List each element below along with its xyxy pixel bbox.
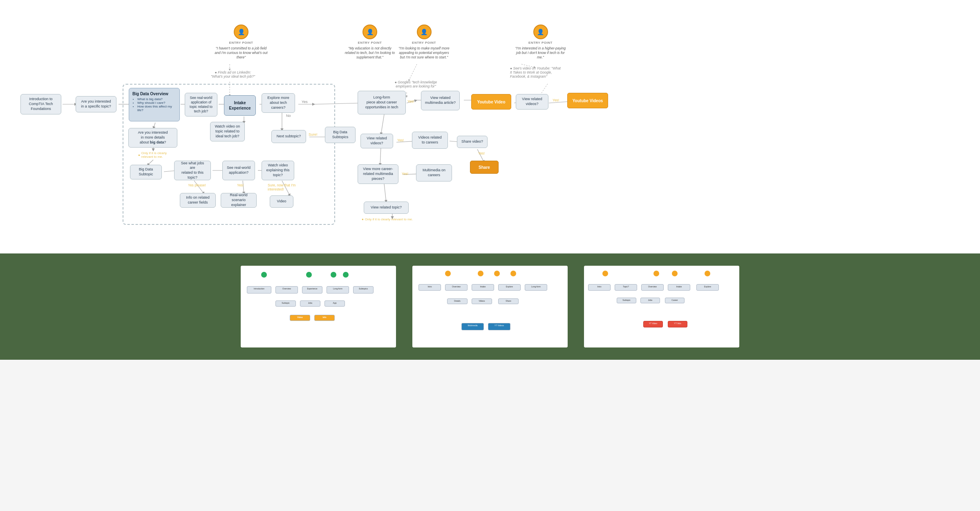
thumb3-node2: Topic? xyxy=(615,284,637,291)
view-related-videos-node: View relatedvideos? xyxy=(516,94,548,110)
entry-point-2: 👤 ENTRY POINT "My education is not direc… xyxy=(343,25,396,60)
thumb1-avatar3 xyxy=(331,272,336,278)
big-data-overview-node: Big Data Overview What is big data? Why … xyxy=(129,88,180,121)
big-data-subtopic-single-node: Big DataSubtopic xyxy=(130,165,162,179)
thumb3-node3: Overview xyxy=(641,284,664,291)
entry-quote-3: "I'm looking to make myself more appeali… xyxy=(398,46,451,60)
thumb1-node3: Experience xyxy=(302,286,322,294)
intake-experience-label: IntakeExperience xyxy=(229,100,251,111)
see-realworld-2-node: See real-worldapplication? xyxy=(222,161,255,180)
thumb1-node-y2: Info xyxy=(314,315,335,321)
share-label: Share xyxy=(479,165,490,170)
thumbnail-1[interactable]: Introduction Overview Experience Long-fo… xyxy=(241,266,396,347)
thumb-3-diagram: Intro Topic? Overview Intake Explore Sub… xyxy=(584,266,739,347)
sees-video-note: ● See's video on Youtube: "WhatIt Takes … xyxy=(510,66,577,78)
thumb3-node4: Intake xyxy=(668,284,690,291)
yes-label-6: Yes! xyxy=(402,172,408,176)
multimedia-careers-node: Multimedia oncareers xyxy=(416,164,452,182)
realworld-explainer-node: Real-worldscenario explainer xyxy=(221,193,257,208)
big-data-subtopics-node: Big DataSubtopics xyxy=(325,127,356,143)
yes-label-2: Yes! xyxy=(237,183,244,187)
entry-quote-4: "I'm interested in a higher-paying job b… xyxy=(514,46,567,60)
next-subtopic-node: Next subtopic? xyxy=(271,130,306,143)
thumbnail-3[interactable]: Intro Topic? Overview Intake Explore Sub… xyxy=(584,266,739,347)
interested-topic-label: Are you interestedin a specific topic? xyxy=(81,99,111,109)
info-career-label: Info on relatedcareer fields xyxy=(186,195,210,205)
info-career-node: Info on relatedcareer fields xyxy=(180,193,216,208)
view-more-career-node: View more career-related multimediapiece… xyxy=(358,164,398,184)
entry-quote-2: "My education is not directly related to… xyxy=(343,46,396,60)
view-multimedia-label: View relatedmultimedia article? xyxy=(425,96,456,105)
thumb1-node-y1: Video xyxy=(290,315,310,321)
googles-note: ● Googles "tech knowledgeemployers are l… xyxy=(384,80,447,88)
entry-label-3: ENTRY POINT xyxy=(412,41,436,45)
thumb3-node7: Jobs xyxy=(640,298,660,303)
view-related-videos-label: View relatedvideos? xyxy=(522,97,542,106)
intro-label: Introduction toCompTIA TechFoundations xyxy=(29,97,53,111)
interested-topic-node: Are you interestedin a specific topic? xyxy=(76,96,116,112)
youtube-video-node: Youtube Video xyxy=(471,94,511,110)
thumb3-avatar2 xyxy=(653,271,659,276)
only-relevant-2: ●Only if it is clearly relevant to me. xyxy=(362,217,413,221)
svg-line-30 xyxy=(384,184,386,202)
thumb3-node5: Explore xyxy=(696,284,719,291)
thumb2-node8: Share xyxy=(498,298,519,304)
thumb2-node5: Long-form xyxy=(525,284,547,291)
no-label: No xyxy=(286,114,291,118)
thumb3-avatar3 xyxy=(672,271,678,276)
finds-ad-note: ● Finds ad on LinkedIn:"What's your idea… xyxy=(206,70,260,78)
yes-multimedia-label: Yes! xyxy=(407,99,414,103)
thumbnail-2[interactable]: Intro Overview Intake Explore Long-form … xyxy=(412,266,568,347)
thumb1-node4: Long-form xyxy=(327,286,349,294)
svg-line-24 xyxy=(381,114,384,135)
thumb1-node6: Subtopic xyxy=(275,300,296,307)
thumb3-avatar4 xyxy=(705,271,710,276)
thumb-2-diagram: Intro Overview Intake Explore Long-form … xyxy=(412,266,568,347)
see-jobs-node: See what jobs arerelated to thistopic? xyxy=(174,161,211,180)
diagram-container: 👤 ENTRY POINT "I haven't committed to a … xyxy=(8,8,972,245)
avatar-3: 👤 xyxy=(417,25,432,39)
interested-details-label: Are you interestedin more detailsabout b… xyxy=(138,130,168,145)
thumb1-node1: Introduction xyxy=(247,286,271,294)
big-data-subtopic-label: Big DataSubtopic xyxy=(139,167,153,177)
next-subtopic-label: Next subtopic? xyxy=(277,134,301,139)
multimedia-careers-label: Multimedia oncareers xyxy=(423,168,445,177)
entry-point-3: 👤 ENTRY POINT "I'm looking to make mysel… xyxy=(396,25,452,60)
thumb1-avatar1 xyxy=(261,272,267,278)
avatar-4: 👤 xyxy=(533,25,548,39)
thumb3-avatar1 xyxy=(602,271,608,276)
thumb1-node2: Overview xyxy=(275,286,298,294)
view-related-topic-label: View related topic? xyxy=(371,205,402,210)
explore-more-label: Explore moreabout techcareers? xyxy=(267,96,289,110)
thumb1-node8: App xyxy=(324,300,345,307)
thumb3-node6: Subtopic xyxy=(617,298,636,303)
svg-line-34 xyxy=(409,64,417,81)
youtube-videos-node: Youtube Videos xyxy=(567,93,608,108)
yes-please-label: Yes please! xyxy=(188,183,206,187)
thumb3-red1: YT Video xyxy=(643,321,663,327)
see-realworld-1-node: See real-worldapplication oftopic relate… xyxy=(185,93,217,117)
yes-label-4: Yes! xyxy=(397,138,404,142)
thumb2-node1: Intro xyxy=(418,284,441,291)
youtube-video-label: Youtube Video xyxy=(477,99,505,105)
big-data-title: Big Data Overview xyxy=(132,92,176,96)
thumb1-avatar2 xyxy=(306,272,312,278)
watch-video-topic-node: Watch videoexplaining thistopic? xyxy=(262,161,294,180)
watch-video-topic-label: Watch videoexplaining thistopic? xyxy=(266,163,289,177)
only-relevant-1: ●Only if it is clearlyrelevant to me. xyxy=(138,151,167,159)
entry-point-4: 👤 ENTRY POINT "I'm interested in a highe… xyxy=(509,25,572,60)
videos-related-careers-node: Videos relatedto careers xyxy=(412,132,448,149)
video-node: Video xyxy=(270,195,293,208)
thumb2-node7: Videos xyxy=(472,298,492,304)
share-video-label: Share video? xyxy=(461,139,483,144)
yes-label-1: Yes xyxy=(302,100,308,104)
thumb2-blue1: Multimedia xyxy=(461,323,484,330)
long-form-node: Long-formpiece about careeropportunities… xyxy=(358,91,406,114)
big-data-subtopics-label: Big DataSubtopics xyxy=(332,130,349,139)
thumb1-avatar4 xyxy=(343,272,349,278)
thumb2-avatar3 xyxy=(494,271,500,276)
youtube-videos-label: Youtube Videos xyxy=(573,98,603,103)
intake-experience-node: IntakeExperience xyxy=(224,95,256,116)
share-node: Share xyxy=(470,161,499,174)
view-related-videos-2-label: View relatedvideos? xyxy=(367,136,387,146)
